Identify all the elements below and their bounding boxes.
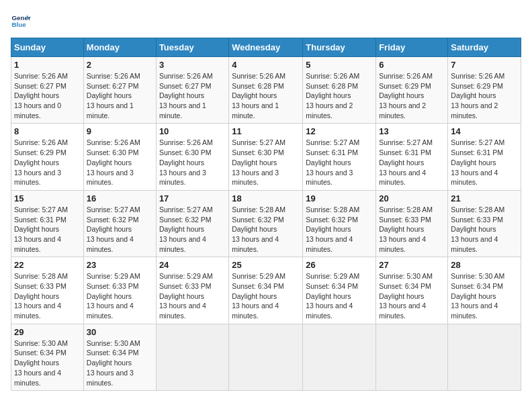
calendar-week-1: 1 Sunrise: 5:26 AM Sunset: 6:27 PM Dayli… xyxy=(11,57,521,124)
day-number: 16 xyxy=(87,193,153,203)
calendar-cell: 3 Sunrise: 5:26 AM Sunset: 6:27 PM Dayli… xyxy=(156,57,228,124)
day-info: Sunrise: 5:30 AM Sunset: 6:34 PM Dayligh… xyxy=(14,338,81,387)
calendar-cell: 26 Sunrise: 5:29 AM Sunset: 6:34 PM Dayl… xyxy=(303,257,376,324)
day-number: 9 xyxy=(87,126,153,136)
day-info: Sunrise: 5:26 AM Sunset: 6:28 PM Dayligh… xyxy=(232,71,300,120)
calendar-cell: 30 Sunrise: 5:30 AM Sunset: 6:34 PM Dayl… xyxy=(83,324,156,390)
calendar-cell: 24 Sunrise: 5:29 AM Sunset: 6:33 PM Dayl… xyxy=(156,257,228,324)
calendar-table: SundayMondayTuesdayWednesdayThursdayFrid… xyxy=(11,38,521,391)
day-number: 24 xyxy=(159,260,226,270)
day-number: 19 xyxy=(306,193,373,203)
day-info: Sunrise: 5:27 AM Sunset: 6:31 PM Dayligh… xyxy=(379,138,445,187)
calendar-header: SundayMondayTuesdayWednesdayThursdayFrid… xyxy=(11,38,521,57)
day-number: 28 xyxy=(451,260,518,270)
calendar-cell: 4 Sunrise: 5:26 AM Sunset: 6:28 PM Dayli… xyxy=(229,57,303,124)
calendar-cell: 13 Sunrise: 5:27 AM Sunset: 6:31 PM Dayl… xyxy=(376,124,448,190)
day-number: 3 xyxy=(159,60,226,70)
day-number: 10 xyxy=(159,126,226,136)
day-info: Sunrise: 5:29 AM Sunset: 6:33 PM Dayligh… xyxy=(159,271,226,320)
calendar-cell: 12 Sunrise: 5:27 AM Sunset: 6:31 PM Dayl… xyxy=(303,124,376,190)
day-number: 2 xyxy=(87,60,153,70)
day-number: 6 xyxy=(379,60,445,70)
day-number: 5 xyxy=(306,60,373,70)
day-number: 25 xyxy=(232,260,300,270)
day-number: 26 xyxy=(306,260,373,270)
calendar-cell: 8 Sunrise: 5:26 AM Sunset: 6:29 PM Dayli… xyxy=(11,124,84,190)
day-info: Sunrise: 5:29 AM Sunset: 6:34 PM Dayligh… xyxy=(306,271,373,320)
day-info: Sunrise: 5:30 AM Sunset: 6:34 PM Dayligh… xyxy=(451,271,518,320)
logo: General Blue xyxy=(11,11,31,31)
calendar-cell: 15 Sunrise: 5:27 AM Sunset: 6:31 PM Dayl… xyxy=(11,190,84,257)
day-number: 15 xyxy=(14,193,81,203)
day-info: Sunrise: 5:26 AM Sunset: 6:30 PM Dayligh… xyxy=(87,138,153,187)
logo-icon: General Blue xyxy=(11,11,31,31)
weekday-header-saturday: Saturday xyxy=(448,38,521,57)
calendar-cell: 28 Sunrise: 5:30 AM Sunset: 6:34 PM Dayl… xyxy=(448,257,521,324)
calendar-cell xyxy=(376,324,448,390)
weekday-header-thursday: Thursday xyxy=(303,38,376,57)
day-number: 30 xyxy=(87,327,153,337)
day-number: 1 xyxy=(14,60,81,70)
weekday-header-wednesday: Wednesday xyxy=(229,38,303,57)
day-info: Sunrise: 5:27 AM Sunset: 6:32 PM Dayligh… xyxy=(87,205,153,254)
day-number: 21 xyxy=(451,193,518,203)
day-info: Sunrise: 5:28 AM Sunset: 6:33 PM Dayligh… xyxy=(379,205,445,254)
calendar-week-2: 8 Sunrise: 5:26 AM Sunset: 6:29 PM Dayli… xyxy=(11,124,521,190)
calendar-cell: 9 Sunrise: 5:26 AM Sunset: 6:30 PM Dayli… xyxy=(83,124,156,190)
day-number: 11 xyxy=(232,126,300,136)
calendar-cell: 11 Sunrise: 5:27 AM Sunset: 6:30 PM Dayl… xyxy=(229,124,303,190)
day-number: 12 xyxy=(306,126,373,136)
calendar-cell xyxy=(303,324,376,390)
day-info: Sunrise: 5:26 AM Sunset: 6:28 PM Dayligh… xyxy=(306,71,373,120)
day-info: Sunrise: 5:28 AM Sunset: 6:33 PM Dayligh… xyxy=(451,205,518,254)
calendar-cell: 6 Sunrise: 5:26 AM Sunset: 6:29 PM Dayli… xyxy=(376,57,448,124)
day-info: Sunrise: 5:27 AM Sunset: 6:30 PM Dayligh… xyxy=(232,138,300,187)
calendar-week-4: 22 Sunrise: 5:28 AM Sunset: 6:33 PM Dayl… xyxy=(11,257,521,324)
weekday-header-tuesday: Tuesday xyxy=(156,38,228,57)
weekday-header-monday: Monday xyxy=(83,38,156,57)
day-number: 18 xyxy=(232,193,300,203)
day-info: Sunrise: 5:27 AM Sunset: 6:31 PM Dayligh… xyxy=(306,138,373,187)
day-info: Sunrise: 5:26 AM Sunset: 6:29 PM Dayligh… xyxy=(451,71,518,120)
day-info: Sunrise: 5:30 AM Sunset: 6:34 PM Dayligh… xyxy=(87,338,153,387)
calendar-cell: 5 Sunrise: 5:26 AM Sunset: 6:28 PM Dayli… xyxy=(303,57,376,124)
day-number: 14 xyxy=(451,126,518,136)
calendar-cell: 1 Sunrise: 5:26 AM Sunset: 6:27 PM Dayli… xyxy=(11,57,84,124)
day-number: 8 xyxy=(14,126,81,136)
day-number: 17 xyxy=(159,193,226,203)
day-info: Sunrise: 5:26 AM Sunset: 6:29 PM Dayligh… xyxy=(14,138,81,187)
calendar-week-5: 29 Sunrise: 5:30 AM Sunset: 6:34 PM Dayl… xyxy=(11,324,521,390)
calendar-cell: 14 Sunrise: 5:27 AM Sunset: 6:31 PM Dayl… xyxy=(448,124,521,190)
calendar-cell xyxy=(229,324,303,390)
calendar-cell: 27 Sunrise: 5:30 AM Sunset: 6:34 PM Dayl… xyxy=(376,257,448,324)
day-info: Sunrise: 5:26 AM Sunset: 6:27 PM Dayligh… xyxy=(14,71,81,120)
day-number: 22 xyxy=(14,260,81,270)
calendar-cell: 17 Sunrise: 5:27 AM Sunset: 6:32 PM Dayl… xyxy=(156,190,228,257)
calendar-cell xyxy=(448,324,521,390)
day-number: 20 xyxy=(379,193,445,203)
page-header: General Blue xyxy=(11,11,521,31)
day-info: Sunrise: 5:28 AM Sunset: 6:32 PM Dayligh… xyxy=(232,205,300,254)
day-info: Sunrise: 5:28 AM Sunset: 6:33 PM Dayligh… xyxy=(14,271,81,320)
day-info: Sunrise: 5:28 AM Sunset: 6:32 PM Dayligh… xyxy=(306,205,373,254)
calendar-cell: 23 Sunrise: 5:29 AM Sunset: 6:33 PM Dayl… xyxy=(83,257,156,324)
day-number: 4 xyxy=(232,60,300,70)
calendar-cell: 2 Sunrise: 5:26 AM Sunset: 6:27 PM Dayli… xyxy=(83,57,156,124)
day-info: Sunrise: 5:26 AM Sunset: 6:27 PM Dayligh… xyxy=(159,71,226,120)
day-info: Sunrise: 5:26 AM Sunset: 6:27 PM Dayligh… xyxy=(87,71,153,120)
day-number: 27 xyxy=(379,260,445,270)
day-info: Sunrise: 5:29 AM Sunset: 6:33 PM Dayligh… xyxy=(87,271,153,320)
svg-text:Blue: Blue xyxy=(12,21,27,28)
calendar-cell: 7 Sunrise: 5:26 AM Sunset: 6:29 PM Dayli… xyxy=(448,57,521,124)
day-info: Sunrise: 5:26 AM Sunset: 6:29 PM Dayligh… xyxy=(379,71,445,120)
calendar-cell: 25 Sunrise: 5:29 AM Sunset: 6:34 PM Dayl… xyxy=(229,257,303,324)
weekday-header-friday: Friday xyxy=(376,38,448,57)
day-info: Sunrise: 5:27 AM Sunset: 6:32 PM Dayligh… xyxy=(159,205,226,254)
calendar-cell: 20 Sunrise: 5:28 AM Sunset: 6:33 PM Dayl… xyxy=(376,190,448,257)
calendar-cell: 16 Sunrise: 5:27 AM Sunset: 6:32 PM Dayl… xyxy=(83,190,156,257)
day-number: 7 xyxy=(451,60,518,70)
calendar-cell: 22 Sunrise: 5:28 AM Sunset: 6:33 PM Dayl… xyxy=(11,257,84,324)
day-info: Sunrise: 5:29 AM Sunset: 6:34 PM Dayligh… xyxy=(232,271,300,320)
calendar-cell xyxy=(156,324,228,390)
weekday-header-sunday: Sunday xyxy=(11,38,84,57)
